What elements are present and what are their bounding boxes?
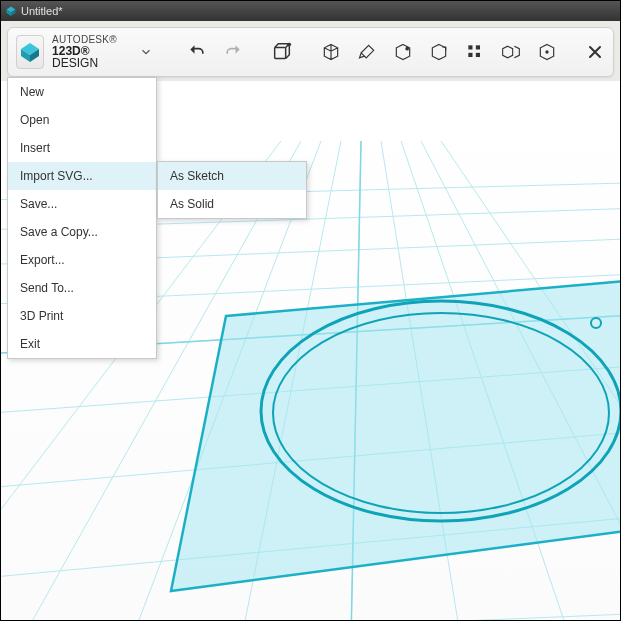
app-body: AUTODESK® 123D® DESIGN [1,21,620,620]
svg-point-12 [545,50,548,53]
combine-tool[interactable] [533,38,561,66]
app-menu: New Open Insert Import SVG... Save... Sa… [7,77,157,359]
app-icon [5,5,17,17]
svg-point-7 [405,47,409,51]
titlebar: Untitled* [1,1,620,21]
menu-new[interactable]: New [8,78,156,106]
window-title: Untitled* [21,5,63,17]
cube-tool[interactable] [317,38,345,66]
brush-tool[interactable] [353,38,381,66]
svg-rect-8 [468,45,472,49]
submenu-as-sketch[interactable]: As Sketch [158,162,306,190]
svg-rect-9 [476,45,480,49]
svg-rect-10 [468,53,472,57]
svg-rect-6 [275,47,286,58]
primitives-button[interactable] [271,36,293,68]
menu-import-svg[interactable]: Import SVG... [8,162,156,190]
submenu-as-solid[interactable]: As Solid [158,190,306,218]
menu-save[interactable]: Save... [8,190,156,218]
menu-send-to[interactable]: Send To... [8,274,156,302]
logo-icon [16,35,44,69]
brand-product-name: DESIGN [52,56,98,70]
app-menu-button[interactable]: AUTODESK® 123D® DESIGN [16,35,133,69]
delete-button[interactable] [585,36,605,68]
array-tool[interactable] [461,38,489,66]
app-window: Untitled* AUTODESK® 123D® DESIGN [0,0,621,621]
menu-export[interactable]: Export... [8,246,156,274]
menu-open[interactable]: Open [8,106,156,134]
menu-save-copy[interactable]: Save a Copy... [8,218,156,246]
undo-button[interactable] [183,38,211,66]
menu-insert[interactable]: Insert [8,134,156,162]
menu-exit[interactable]: Exit [8,330,156,358]
redo-button[interactable] [219,38,247,66]
menu-3d-print[interactable]: 3D Print [8,302,156,330]
move-tool[interactable] [425,38,453,66]
group-tool[interactable] [497,38,525,66]
align-tool[interactable] [389,38,417,66]
import-svg-submenu: As Sketch As Solid [157,161,307,219]
chevron-down-icon[interactable] [139,41,153,63]
svg-rect-11 [476,53,480,57]
brand-text: AUTODESK® 123D® DESIGN [52,35,123,69]
main-toolbar: AUTODESK® 123D® DESIGN [7,27,614,77]
